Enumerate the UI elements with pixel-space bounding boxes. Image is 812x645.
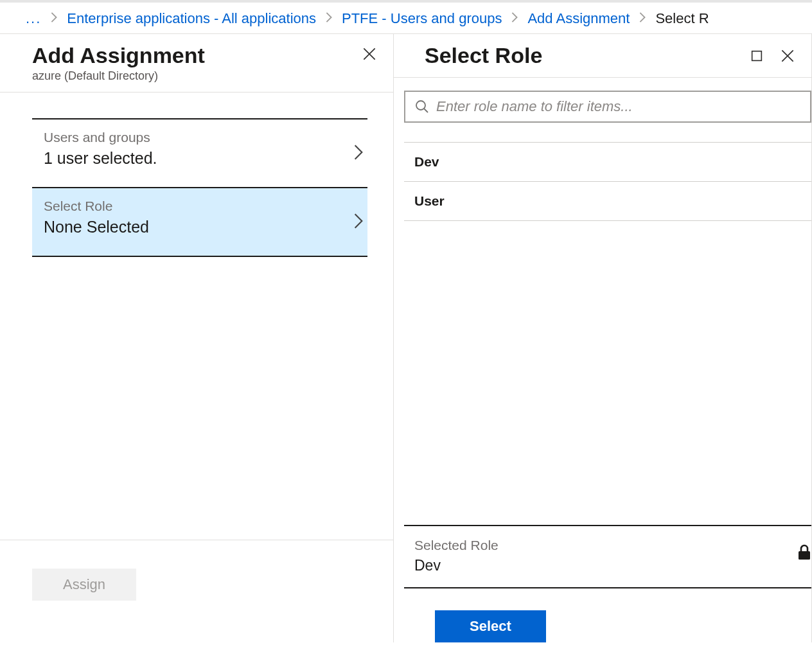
chevron-right-icon: [325, 12, 333, 26]
role-list: Dev User: [404, 142, 811, 525]
breadcrumb-link-ptfe-users-groups[interactable]: PTFE - Users and groups: [342, 10, 502, 27]
breadcrumb-link-enterprise-applications[interactable]: Enterprise applications - All applicatio…: [67, 10, 316, 27]
chevron-right-icon: [50, 12, 58, 26]
panel-title-add-assignment: Add Assignment: [32, 43, 205, 68]
chevron-right-icon: [639, 12, 646, 26]
role-filter[interactable]: [404, 91, 811, 123]
step-label: Users and groups: [44, 130, 367, 145]
chevron-right-icon: [353, 212, 364, 233]
close-button[interactable]: [777, 45, 799, 67]
role-filter-input[interactable]: [436, 98, 801, 115]
breadcrumb-current: Select R: [655, 10, 709, 27]
selected-role-label: Selected Role: [414, 538, 801, 553]
role-item-dev[interactable]: Dev: [404, 143, 811, 182]
svg-point-1: [416, 101, 425, 110]
breadcrumb-more[interactable]: ...: [26, 10, 41, 27]
chevron-right-icon: [353, 143, 364, 164]
svg-rect-0: [752, 51, 762, 60]
add-assignment-panel: Add Assignment azure (Default Directory)…: [0, 34, 394, 642]
search-icon: [414, 99, 430, 114]
role-item-user[interactable]: User: [404, 182, 811, 221]
step-users-and-groups[interactable]: Users and groups 1 user selected.: [32, 118, 367, 187]
step-label: Select Role: [44, 199, 367, 214]
step-value: 1 user selected.: [44, 149, 367, 168]
step-value: None Selected: [44, 218, 367, 236]
select-button[interactable]: Select: [435, 610, 546, 642]
square-icon: [750, 49, 764, 63]
selected-role-value: Dev: [414, 557, 801, 574]
selected-role-block: Selected Role Dev: [404, 525, 811, 588]
step-select-role[interactable]: Select Role None Selected: [32, 187, 367, 257]
maximize-button[interactable]: [746, 45, 768, 67]
assign-button[interactable]: Assign: [32, 569, 136, 601]
panel-title-select-role: Select Role: [425, 43, 542, 68]
svg-line-2: [424, 109, 428, 112]
close-icon: [361, 46, 378, 62]
svg-rect-3: [799, 551, 810, 560]
close-icon: [779, 48, 796, 64]
chevron-right-icon: [511, 12, 518, 26]
panel-subtitle: azure (Default Directory): [32, 69, 205, 83]
breadcrumb-link-add-assignment[interactable]: Add Assignment: [527, 10, 630, 27]
lock-icon: [797, 544, 811, 563]
close-button[interactable]: [358, 43, 380, 65]
select-role-panel: Select Role Dev User Selec: [394, 34, 812, 642]
breadcrumb: ... Enterprise applications - All applic…: [0, 0, 812, 33]
